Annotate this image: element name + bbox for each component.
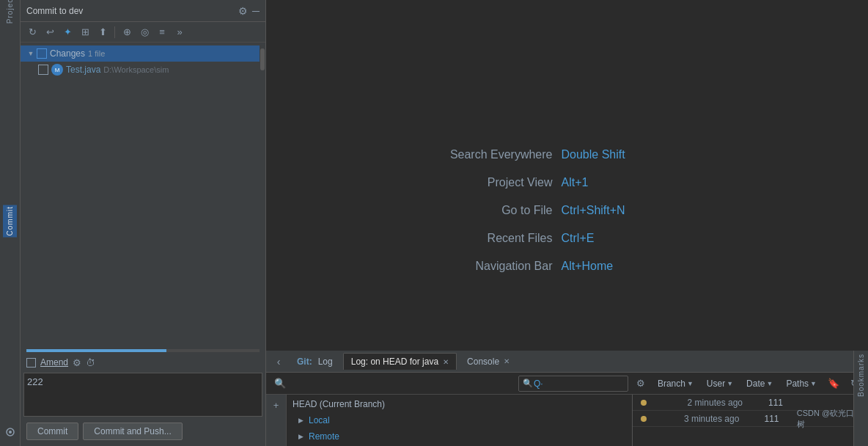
- branch-dropdown[interactable]: Branch ▼: [653, 376, 698, 392]
- tab-log[interactable]: Log: on HEAD for java ✕: [343, 353, 457, 370]
- tab-git-prefix: Git:: [297, 357, 312, 367]
- pin-btn[interactable]: ✦: [60, 25, 75, 40]
- bottom-toolbar: 🔍 🔍 ⚙ Branch ▼ User ▼: [266, 373, 868, 395]
- paths-arrow-icon: ▼: [810, 380, 817, 387]
- changes-tree: ▼ Changes 1 file M Test.java D:\Workspac…: [21, 43, 265, 349]
- git-icon[interactable]: [2, 424, 18, 440]
- tree-remote-item[interactable]: ▶ Remote: [287, 428, 632, 445]
- paths-label: Paths: [786, 379, 809, 389]
- changes-expand-icon: ▼: [26, 49, 35, 58]
- log-search-icon[interactable]: 🔍: [272, 376, 288, 392]
- git-graph-dot-1: [641, 400, 647, 406]
- branch-arrow-icon: ▼: [687, 380, 694, 387]
- editor-area: Search Everywhere Double Shift Project V…: [266, 0, 868, 446]
- git-row-2[interactable]: 3 minutes ago 111 CSDN @砍光口叉树: [633, 411, 868, 427]
- refresh-btn[interactable]: ↻: [25, 25, 40, 40]
- bottom-tabs: ‹ Git: Log Log: on HEAD for java ✕ Conso…: [266, 351, 868, 373]
- settings-btn[interactable]: ⚙: [633, 376, 649, 392]
- file-checkbox[interactable]: [38, 65, 48, 75]
- filter-input[interactable]: [518, 376, 628, 392]
- local-expand-icon: ▶: [298, 417, 309, 424]
- scrollbar-thumb[interactable]: [260, 48, 265, 70]
- file-path: D:\Workspace\sim: [103, 65, 169, 74]
- bottom-panel: ‹ Git: Log Log: on HEAD for java ✕ Conso…: [266, 351, 868, 446]
- upload-btn[interactable]: ⬆: [95, 25, 110, 40]
- hint-action-3: Recent Files: [421, 232, 553, 245]
- sidebar-item-project[interactable]: Project: [2, 1, 18, 18]
- git-log-content: + HEAD (Current Branch) ▶ Local ▶: [266, 395, 868, 446]
- tree-local-item[interactable]: ▶ Local: [287, 412, 632, 428]
- changes-count: 1 file: [88, 49, 105, 58]
- log-nav-buttons: +: [266, 395, 287, 446]
- diff-btn[interactable]: ⊞: [78, 25, 92, 40]
- changes-checkbox[interactable]: [37, 48, 47, 59]
- settings-icon[interactable]: ⚙: [238, 5, 248, 17]
- hint-shortcut-2: Ctrl+Shift+N: [562, 204, 625, 217]
- git-graph-col-2: [633, 416, 654, 422]
- hint-action-2: Go to File: [421, 204, 553, 217]
- commit-button[interactable]: Commit: [26, 423, 78, 440]
- paths-dropdown[interactable]: Paths ▼: [781, 376, 821, 392]
- hint-shortcut-3: Ctrl+E: [562, 232, 595, 245]
- user-label: User: [707, 379, 725, 389]
- tree-head-label: HEAD (Current Branch): [293, 399, 385, 409]
- sidebar-item-commit[interactable]: Commit: [2, 213, 18, 229]
- amend-label: Amend: [40, 357, 68, 368]
- git-time-2: 3 minutes ago: [654, 414, 754, 424]
- file-status-icon: M: [51, 64, 63, 76]
- tab-git[interactable]: Git: Log: [290, 354, 340, 370]
- file-item-test-java[interactable]: M Test.java D:\Workspace\sim: [21, 62, 265, 78]
- amend-checkbox[interactable]: [26, 358, 36, 368]
- remote-label: Remote: [309, 431, 339, 442]
- tab-console-label: Console: [467, 357, 499, 367]
- git-commit-1: 111: [757, 398, 794, 408]
- toolbar-sep-1: [114, 26, 115, 38]
- amend-settings-icon[interactable]: ⚙: [73, 357, 81, 368]
- tab-log-close-icon[interactable]: ✕: [443, 358, 449, 366]
- changes-label: Changes: [50, 48, 85, 59]
- local-label: Local: [309, 415, 330, 425]
- scrollbar-track: [260, 43, 265, 349]
- commit-message-input[interactable]: 222: [23, 373, 262, 417]
- amend-row: Amend ⚙ ⏱: [21, 352, 265, 373]
- date-dropdown[interactable]: Date ▼: [742, 376, 777, 392]
- list-btn[interactable]: ≡: [155, 25, 169, 40]
- bottom-nav-back[interactable]: ‹: [271, 354, 287, 370]
- filter-wrapper: 🔍: [518, 376, 628, 392]
- tab-console-close-icon[interactable]: ✕: [504, 357, 510, 365]
- git-time-1: 2 minutes ago: [655, 398, 757, 408]
- hint-row-2: Go to File Ctrl+Shift+N: [421, 204, 714, 217]
- user-dropdown[interactable]: User ▼: [702, 376, 738, 392]
- tab-console[interactable]: Console ✕: [460, 354, 517, 370]
- log-left-panel: + HEAD (Current Branch) ▶ Local ▶: [266, 395, 633, 446]
- bookmark-action-icon[interactable]: 🔖: [825, 376, 842, 392]
- amend-clock-icon[interactable]: ⏱: [86, 357, 95, 368]
- date-label: Date: [746, 379, 765, 389]
- add-branch-btn[interactable]: +: [269, 398, 284, 412]
- eye-btn[interactable]: ◎: [137, 25, 152, 40]
- main-container: Commit to dev ⚙ ─ ↻ ↩ ✦ ⊞ ⬆ ⊕ ◎ ≡ » ▼ Ch…: [21, 0, 868, 446]
- minimize-icon[interactable]: ─: [252, 5, 260, 17]
- bookmarks-strip: Bookmarks: [853, 351, 868, 446]
- user-arrow-icon: ▼: [727, 380, 733, 387]
- log-tree: HEAD (Current Branch) ▶ Local ▶ Remote: [287, 395, 632, 446]
- hint-shortcut-4: Alt+Home: [562, 260, 614, 273]
- git-graph-col-1: [633, 400, 655, 406]
- undo-btn[interactable]: ↩: [43, 25, 57, 40]
- hint-action-4: Navigation Bar: [421, 260, 553, 273]
- git-graph-dot-2: [641, 416, 647, 422]
- commit-toolbar: ↻ ↩ ✦ ⊞ ⬆ ⊕ ◎ ≡ »: [21, 22, 265, 43]
- panel-header: Commit to dev ⚙ ─: [21, 0, 265, 22]
- merge-btn[interactable]: ⊕: [119, 25, 134, 40]
- hint-shortcut-1: Alt+1: [562, 176, 589, 189]
- date-arrow-icon: ▼: [766, 380, 773, 387]
- sidebar-strip: Project Commit: [0, 0, 21, 446]
- changes-header-item[interactable]: ▼ Changes 1 file: [21, 45, 265, 62]
- panel-title: Commit to dev: [26, 6, 234, 16]
- tree-head-item[interactable]: HEAD (Current Branch): [287, 396, 632, 412]
- tab-git-label: Log: [318, 357, 333, 367]
- commit-and-push-button[interactable]: Commit and Push...: [83, 423, 182, 440]
- more-btn[interactable]: »: [172, 25, 187, 40]
- branch-label: Branch: [658, 379, 685, 389]
- bookmarks-label: Bookmarks: [857, 354, 865, 397]
